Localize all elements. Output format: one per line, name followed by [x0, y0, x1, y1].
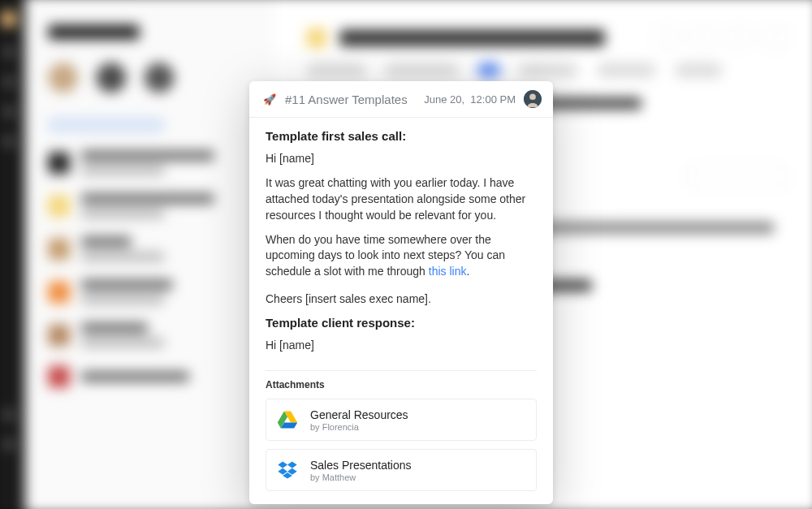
card-date: June 20, 12:00 PM — [424, 93, 516, 106]
schedule-link[interactable]: this link — [429, 265, 467, 278]
template-1-signoff: Cheers [insert sales exec name]. — [266, 291, 537, 308]
bg-sidebar — [25, 0, 274, 509]
attachments-label: Attachments — [266, 379, 537, 390]
attachments-section: Attachments General Resources by Florenc… — [249, 371, 553, 504]
card-body: Template first sales call: Hi [name] It … — [249, 118, 553, 365]
template-1-greeting: Hi [name] — [266, 151, 537, 167]
task-card-modal: 🚀 #11 Answer Templates June 20, 12:00 PM… — [249, 81, 553, 504]
template-1-para1: It was great chatting with you earlier t… — [266, 175, 537, 224]
attachment-byline: by Matthew — [310, 472, 412, 482]
attachment-item[interactable]: Sales Presentations by Matthew — [266, 449, 537, 491]
attachment-byline: by Florencia — [310, 422, 408, 432]
rocket-icon: 🚀 — [262, 92, 277, 106]
author-avatar[interactable] — [524, 90, 542, 108]
dropbox-icon — [276, 459, 299, 481]
svg-point-1 — [529, 93, 536, 100]
template-1-para2: When do you have time somewhere over the… — [266, 232, 537, 281]
card-title: #11 Answer Templates — [285, 93, 416, 106]
template-1-heading: Template first sales call: — [266, 129, 537, 143]
card-header: 🚀 #11 Answer Templates June 20, 12:00 PM — [249, 81, 553, 118]
attachment-title: Sales Presentations — [310, 458, 412, 472]
attachment-item[interactable]: General Resources by Florencia — [266, 399, 537, 441]
attachment-title: General Resources — [310, 408, 408, 422]
template-2-greeting: Hi [name] — [266, 338, 537, 354]
bg-icon-rail — [0, 0, 25, 509]
template-2-heading: Template client response: — [266, 316, 537, 330]
google-drive-icon — [276, 408, 299, 431]
